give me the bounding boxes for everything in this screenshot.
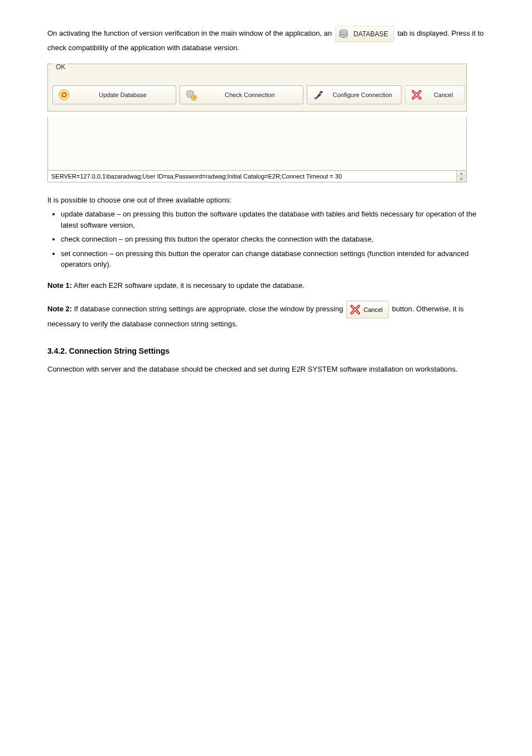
note1-label: Note 1:	[47, 281, 72, 290]
connection-string-row: ▲ ▼	[47, 171, 467, 182]
svg-point-8	[314, 97, 316, 99]
section-title: Connection String Settings	[69, 346, 170, 355]
inline-cancel-button[interactable]: Cancel	[346, 301, 389, 319]
options-list: update database – on pressing this butto…	[61, 209, 485, 270]
spinner[interactable]: ▲ ▼	[456, 171, 466, 182]
panel-title: OK	[54, 63, 67, 71]
paragraph-db-tab: On activating the function of version ve…	[47, 26, 485, 54]
note-1: Note 1: After each E2R software update, …	[47, 280, 485, 291]
svg-text:?: ?	[193, 95, 196, 100]
configure-connection-button[interactable]: Configure Connection	[307, 85, 402, 104]
update-icon	[57, 88, 71, 102]
note2-text-a: If database connection string settings a…	[74, 305, 345, 313]
section-number: 3.4.2.	[47, 346, 67, 355]
inline-cancel-label: Cancel	[364, 305, 383, 315]
section-heading: 3.4.2. Connection String Settings	[47, 345, 485, 357]
cancel-icon	[410, 88, 423, 102]
check-connection-icon: ?	[185, 88, 198, 102]
svg-point-3	[59, 90, 69, 100]
list-item: set connection – on pressing this button…	[61, 248, 485, 270]
note1-text: After each E2R software update, it is ne…	[74, 281, 304, 290]
configure-connection-label: Configure Connection	[328, 92, 396, 98]
check-connection-label: Check Connection	[201, 92, 298, 98]
options-intro: It is possible to choose one out of thre…	[47, 195, 485, 206]
cancel-button[interactable]: Cancel	[405, 85, 465, 104]
database-tab-button[interactable]: DATABASE	[335, 26, 394, 42]
para1a: On activating the function of version ve…	[47, 29, 334, 37]
check-connection-button[interactable]: ? Check Connection	[180, 85, 303, 104]
list-item: check connection – on pressing this butt…	[61, 234, 485, 245]
cancel-label: Cancel	[427, 92, 460, 98]
configure-icon	[312, 88, 325, 102]
update-database-label: Update Database	[74, 92, 171, 98]
panel-blank-area	[47, 117, 467, 171]
spinner-down-icon[interactable]: ▼	[457, 176, 466, 182]
spinner-up-icon[interactable]: ▲	[457, 171, 466, 177]
list-item: update database – on pressing this butto…	[61, 209, 485, 230]
database-icon	[337, 27, 350, 41]
database-panel: OK Update Database ? Check Co	[47, 64, 467, 112]
note-2: Note 2: If database connection string se…	[47, 301, 485, 330]
database-tab-label: DATABASE	[354, 29, 388, 39]
svg-point-7	[320, 91, 323, 93]
connection-string-input[interactable]	[48, 171, 456, 182]
update-database-button[interactable]: Update Database	[52, 85, 176, 104]
note2-label: Note 2:	[47, 305, 72, 313]
cancel-icon	[349, 304, 361, 316]
final-paragraph: Connection with server and the database …	[47, 364, 485, 375]
